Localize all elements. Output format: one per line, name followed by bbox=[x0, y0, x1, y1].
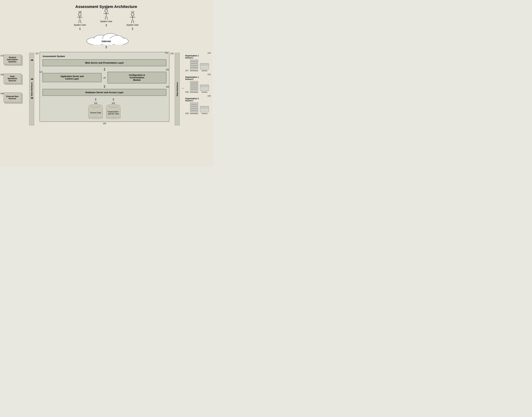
right-bar-arrow: ← bbox=[181, 86, 184, 90]
org2-school1: 116 Organization 2 School 1 119 bbox=[185, 97, 209, 115]
assessment-box: 111 Assessment System Web Server and Pre… bbox=[40, 52, 169, 122]
external-arrow: ➡ bbox=[31, 96, 33, 100]
source-front-external: External Item Sources bbox=[4, 93, 21, 102]
stick-legs bbox=[79, 20, 81, 23]
source-sis: 113 Student Information Systems ➡ bbox=[4, 54, 28, 67]
internet-to-system-arrow: ⇕ bbox=[105, 45, 108, 49]
ws1-label: Workstation bbox=[190, 70, 198, 72]
internet-cloud: Internet bbox=[83, 32, 129, 45]
source-sis-label: Student Information Systems bbox=[7, 56, 18, 63]
source-front-sis: Student Information Systems bbox=[4, 54, 21, 64]
source-external-label: External Item Sources bbox=[6, 95, 18, 100]
org1s2-title: Organization 1 School 2 bbox=[185, 76, 209, 80]
standards-arrow: ➡ bbox=[31, 77, 33, 81]
org1s1-devices: 117 Workstation bbox=[185, 60, 209, 72]
scan2-label: Scanner bbox=[202, 91, 207, 93]
org-data-cylinder: Organization- specific Data bbox=[106, 104, 120, 119]
slot4 bbox=[191, 67, 197, 68]
source-external: 106 External Item Sources ➡ bbox=[4, 93, 28, 105]
org1s2-workstation: Workstation bbox=[190, 81, 198, 93]
source-standards-label: State Standards Sources bbox=[8, 75, 17, 82]
ref-104: 104 bbox=[94, 102, 97, 104]
org-data-bottom bbox=[106, 117, 120, 119]
org1-school1: 114 Organization 1 School 1 117 bbox=[185, 54, 209, 72]
server-icon-1 bbox=[190, 60, 198, 69]
ref-120: 120 bbox=[170, 52, 174, 54]
stick-arms bbox=[77, 17, 82, 17]
slot7 bbox=[191, 87, 197, 87]
left-interface-label: Data Interfaces bbox=[31, 82, 33, 96]
org1s1-title: Organization 1 School 1 bbox=[185, 54, 209, 59]
ref-113: 113 bbox=[0, 54, 4, 57]
org2s1-scanner: Scanner bbox=[200, 106, 209, 115]
stick-body-109 bbox=[106, 13, 106, 16]
stick-head bbox=[78, 13, 82, 16]
stick-figure-110 bbox=[131, 13, 134, 23]
app-config-arrow: ⇄ bbox=[103, 76, 106, 79]
source-stack-sis: Student Information Systems bbox=[4, 54, 24, 67]
source-standards: 105 State Standards Sources ➡ bbox=[4, 73, 28, 86]
slot12 bbox=[191, 110, 197, 111]
stick-leg-l109 bbox=[105, 16, 106, 20]
ref-112: 112 bbox=[39, 71, 42, 73]
ref-109: 109 bbox=[105, 7, 108, 9]
ref-102: 102 bbox=[166, 86, 169, 88]
slot2 bbox=[191, 63, 197, 64]
left-interface-bar: Data Interfaces bbox=[29, 53, 34, 125]
scanner-lid-3 bbox=[200, 106, 209, 108]
shared-data-body: Shared Data bbox=[89, 107, 103, 118]
stick-body bbox=[80, 16, 80, 20]
app-layer-label: Application Server and Control Layer bbox=[61, 75, 84, 80]
scanner-icon-2 bbox=[200, 85, 209, 91]
user-110-arrow: ⇕ bbox=[131, 27, 134, 31]
stick-leg-l110 bbox=[131, 20, 132, 23]
ref-101: 101 bbox=[166, 69, 169, 71]
slot9 bbox=[191, 104, 197, 105]
org1s1-workstation: Workstation bbox=[190, 60, 198, 72]
shared-data-bottom bbox=[89, 117, 103, 119]
ref-114: 114 bbox=[207, 52, 211, 54]
stick-body-110 bbox=[133, 16, 133, 20]
diagram-container: Assessment System Architecture 108 bbox=[4, 4, 209, 125]
web-app-arrow: ⇕ bbox=[42, 68, 166, 71]
stick-leg-r109 bbox=[107, 16, 107, 20]
db-row: ⇕ 104 Shared Data bbox=[42, 98, 166, 119]
ws3-label: Workstation bbox=[190, 113, 198, 115]
scanner-lid-1 bbox=[200, 63, 209, 65]
shared-data-arrow-up: ⇕ bbox=[94, 98, 97, 102]
ref-115: 115 bbox=[207, 73, 211, 75]
slot6 bbox=[191, 85, 197, 85]
org-data-arrow-up: ⇕ bbox=[112, 98, 115, 102]
stick-leg-right bbox=[80, 20, 81, 23]
config-box: Configuration & Customization Module bbox=[107, 72, 166, 83]
shared-data-cylinder: Shared Data bbox=[89, 104, 103, 119]
slot10 bbox=[191, 106, 197, 107]
stick-arms-110 bbox=[130, 17, 135, 17]
stick-head-110 bbox=[131, 13, 134, 16]
org-data-top bbox=[106, 104, 120, 107]
shared-data-top bbox=[89, 104, 103, 107]
slot11 bbox=[191, 108, 197, 109]
user-108-arrow: ⇕ bbox=[79, 27, 81, 31]
stick-leg-r110 bbox=[133, 20, 134, 23]
config-label: Configuration & Customization Module bbox=[129, 74, 145, 81]
ref-100: 100 bbox=[40, 122, 169, 125]
ref-108: 108 bbox=[78, 11, 82, 13]
internet-label: Internet bbox=[102, 40, 111, 43]
ref-105: 105 bbox=[0, 73, 4, 76]
ref-106: 106 bbox=[0, 93, 4, 94]
user-108: 108 System User bbox=[74, 11, 86, 31]
right-interface-bar: Data Interfaces bbox=[175, 53, 180, 125]
app-server-box: Application Server and Control Layer bbox=[42, 73, 102, 82]
ref-103: 103 bbox=[112, 102, 115, 104]
slot8 bbox=[191, 89, 197, 89]
user-110: 110 System User bbox=[126, 11, 139, 31]
user-109-label: System User bbox=[100, 20, 113, 23]
stick-legs-110 bbox=[132, 20, 134, 23]
server-icon-3 bbox=[190, 103, 198, 112]
server-icon-2 bbox=[190, 81, 198, 91]
scanner-lid-2 bbox=[200, 85, 209, 87]
left-sources: 113 Student Information Systems ➡ 105 bbox=[4, 51, 28, 125]
stick-head-109 bbox=[105, 9, 108, 13]
scanner-icon-3 bbox=[200, 106, 209, 112]
